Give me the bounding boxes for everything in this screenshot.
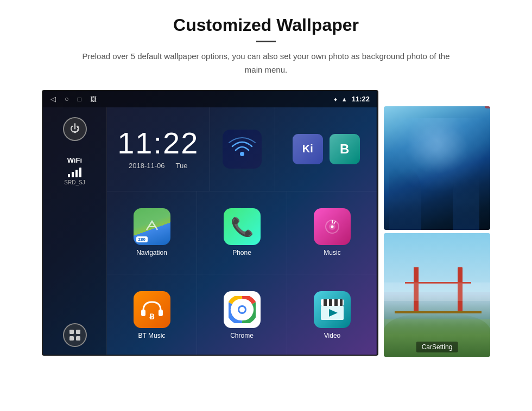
recent-icon[interactable]: □: [78, 95, 81, 103]
signal-app-icon[interactable]: [223, 130, 262, 169]
screen-body: ⏻ WiFi SRD_SJ: [43, 107, 377, 356]
screenshot-icon[interactable]: 🖼: [90, 95, 97, 103]
svg-rect-20: [329, 299, 332, 306]
ki-shortcut[interactable]: Ki: [293, 134, 323, 164]
wifi-widget: WiFi SRD_SJ: [64, 156, 85, 185]
wifi-ssid: SRD_SJ: [64, 179, 85, 185]
sidebar-top: ⏻ WiFi SRD_SJ: [63, 117, 87, 185]
app-cell-btmusic[interactable]: Ƀ BT Music: [107, 274, 197, 356]
svg-text:Ƀ: Ƀ: [149, 312, 155, 321]
back-icon[interactable]: ◁: [50, 95, 56, 103]
device-screen: ◁ ○ □ 🖼 ♦ ▲ 11:22 ⏻: [42, 90, 378, 356]
wifi-widget-label: WiFi: [64, 156, 85, 164]
page-subtitle: Preload over 5 default wallpaper options…: [76, 50, 456, 77]
app-label-btmusic: BT Music: [138, 332, 166, 339]
clock-date-day: 2018-11-06 Tue: [129, 162, 187, 170]
clock-widget: 11:22 2018-11-06 Tue: [107, 107, 210, 191]
wifi-bar-2: [72, 172, 74, 177]
chrome-icon: [224, 291, 261, 328]
power-icon: ⏻: [70, 123, 80, 134]
page-header: Customized Wallpaper Preload over 5 defa…: [0, 0, 532, 86]
wifi-status-icon: ▲: [341, 96, 347, 102]
chrome-logo-icon: [229, 296, 256, 323]
clapperboard-icon: [320, 298, 345, 321]
headphone-bt-icon: Ƀ: [139, 298, 165, 322]
clock-day: Tue: [176, 162, 188, 170]
wifi-bars: [64, 168, 85, 177]
svg-rect-0: [69, 330, 74, 334]
status-bar-nav-icons: ◁ ○ □ 🖼: [50, 95, 97, 103]
wifi-bar-1: [68, 174, 70, 177]
svg-rect-19: [324, 299, 327, 306]
ki-label: Ki: [302, 143, 313, 155]
carsetting-label: CarSetting: [416, 342, 458, 352]
nav-line-icon: [144, 219, 160, 234]
wallpaper-thumb-ice[interactable]: [384, 106, 490, 230]
svg-rect-11: [159, 310, 163, 316]
svg-line-9: [334, 221, 335, 224]
svg-rect-21: [334, 299, 338, 306]
app-cell-phone[interactable]: 📞 Phone: [197, 191, 287, 274]
svg-rect-2: [69, 336, 74, 341]
bridge-image: [384, 233, 490, 357]
wallpaper-thumb-bridge[interactable]: CarSetting: [384, 233, 490, 357]
app-label-video: Video: [324, 332, 340, 339]
signal-widget-cell: [210, 107, 275, 191]
signal-rings-icon: [228, 135, 256, 163]
wp-top-indicator: [485, 106, 490, 108]
svg-rect-22: [340, 299, 343, 306]
app-cell-navigation[interactable]: 280 Navigation: [107, 191, 197, 274]
svg-point-4: [240, 152, 244, 156]
music-icon: [314, 208, 351, 245]
phone-icon: 📞: [224, 208, 261, 245]
b-label: B: [340, 142, 349, 157]
navigation-icon: 280: [134, 208, 170, 245]
svg-rect-10: [141, 310, 145, 316]
left-sidebar: ⏻ WiFi SRD_SJ: [43, 107, 107, 356]
apps-button[interactable]: [63, 323, 87, 347]
svg-rect-1: [76, 330, 80, 334]
shortcut-area: Ki B: [275, 107, 378, 191]
app-cell-music[interactable]: Music: [287, 191, 377, 274]
app-label-navigation: Navigation: [136, 249, 167, 256]
app-grid: 280 Navigation 📞: [107, 191, 377, 356]
status-bar-right: ♦ ▲ 11:22: [334, 95, 370, 103]
wallpaper-panel: CarSetting: [384, 90, 490, 357]
sidebar-bottom: [63, 323, 87, 347]
home-icon[interactable]: ○: [65, 95, 69, 103]
app-label-chrome: Chrome: [230, 332, 254, 339]
wifi-bar-3: [75, 170, 78, 177]
location-icon: ♦: [334, 96, 337, 102]
widget-row: 11:22 2018-11-06 Tue: [107, 107, 377, 191]
power-button[interactable]: ⏻: [63, 117, 87, 141]
nav-badge: 280: [136, 236, 148, 242]
main-content: ◁ ○ □ 🖼 ♦ ▲ 11:22 ⏻: [0, 86, 532, 357]
svg-point-7: [331, 226, 334, 228]
wifi-bar-4: [79, 168, 81, 177]
status-bar: ◁ ○ □ 🖼 ♦ ▲ 11:22: [43, 91, 377, 107]
screen-main: 11:22 2018-11-06 Tue: [107, 107, 377, 356]
app-cell-chrome[interactable]: Chrome: [197, 274, 287, 356]
video-icon: [314, 291, 351, 328]
svg-rect-3: [76, 336, 80, 341]
page-title: Customized Wallpaper: [43, 15, 489, 35]
ice-cave-image: [384, 106, 490, 230]
app-label-phone: Phone: [232, 249, 251, 256]
app-cell-video[interactable]: Video: [287, 274, 377, 356]
grid-icon: [69, 329, 81, 341]
app-label-music: Music: [324, 249, 340, 256]
title-divider: [256, 41, 276, 42]
status-time: 11:22: [352, 95, 370, 103]
btmusic-icon: Ƀ: [134, 291, 170, 328]
clock-time: 11:22: [117, 128, 199, 158]
clock-date: 2018-11-06: [129, 162, 165, 170]
music-note-icon: [322, 216, 343, 237]
b-shortcut[interactable]: B: [330, 134, 360, 164]
